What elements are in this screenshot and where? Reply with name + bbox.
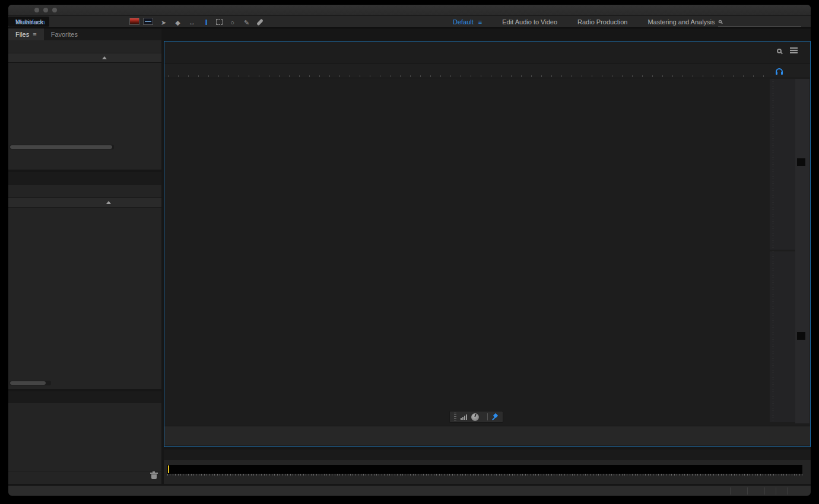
main-toolbar: Waveform Multitrack ➤ ◆ ↔ I □ — [8, 15, 811, 28]
tabs-overflow-button[interactable] — [152, 172, 161, 185]
tools-group: ➤ ◆ ↔ I □ ○ ✎ ▬ — [159, 15, 264, 28]
search-icon — [719, 20, 722, 24]
move-tool[interactable]: ➤ — [159, 17, 168, 27]
audition-window: Waveform Multitrack ➤ ◆ ↔ I □ — [8, 5, 811, 496]
razor-tool[interactable]: ◆ — [173, 17, 182, 27]
transport-bar — [164, 426, 810, 445]
markers-hscrollbar[interactable] — [9, 381, 51, 385]
markers-tabs — [8, 172, 161, 185]
files-panel: FilesFavorites — [8, 28, 161, 170]
lasso-selection-tool[interactable]: ○ — [228, 17, 237, 27]
files-tabs: FilesFavorites — [8, 28, 161, 40]
workspace-item[interactable]: Default — [445, 18, 494, 25]
files-toolbar — [8, 40, 161, 53]
waveform-display[interactable] — [168, 79, 770, 426]
markers-toolbar — [8, 185, 161, 198]
editor-content — [164, 41, 811, 447]
trash-icon — [151, 474, 157, 479]
markers-column-header[interactable] — [8, 198, 161, 208]
clear-history-button[interactable] — [151, 472, 157, 479]
sort-ascending-icon[interactable] — [106, 201, 111, 204]
workspace-item[interactable]: Radio Production — [569, 18, 639, 25]
history-tabs — [8, 391, 161, 403]
files-preview-bar — [8, 151, 161, 168]
display-options-icon[interactable] — [790, 47, 798, 54]
waveform-display-toggle-icon[interactable] — [143, 18, 153, 25]
history-footer — [8, 471, 161, 484]
markers-panel — [8, 172, 161, 389]
panel-tab[interactable]: Files — [8, 28, 44, 40]
levels-panel — [164, 449, 811, 484]
overview-navigator[interactable] — [168, 43, 774, 62]
history-panel — [8, 391, 161, 484]
time-selection-tool[interactable]: I — [202, 17, 211, 27]
marquee-selection-tool[interactable]: □ — [216, 19, 223, 25]
workspace-bar: DefaultEdit Audio to VideoRadio Producti… — [445, 15, 727, 28]
titlebar[interactable] — [8, 5, 811, 15]
levels-tabs — [164, 449, 811, 460]
slip-tool[interactable]: ↔ — [188, 17, 196, 27]
spectral-display-toggle-icon[interactable] — [129, 18, 139, 25]
minimize-button[interactable] — [43, 8, 48, 12]
spot-healing-brush-tool[interactable]: ▬ — [256, 18, 264, 25]
zoom-to-selection-icon[interactable] — [777, 49, 782, 53]
workspace-item[interactable]: Mastering and Analysis — [639, 18, 726, 25]
paintbrush-tool[interactable]: ✎ — [242, 17, 251, 27]
pin-icon[interactable] — [492, 413, 499, 420]
zoom-button[interactable] — [52, 8, 57, 12]
gain-hud[interactable] — [449, 411, 503, 423]
files-hscrollbar[interactable] — [9, 145, 114, 149]
level-meter-ticks — [167, 474, 802, 476]
help-search[interactable] — [718, 17, 801, 27]
level-meter-value — [168, 465, 169, 473]
db-scale-left-channel[interactable] — [770, 79, 795, 250]
timeline-ruler[interactable] — [164, 63, 810, 78]
editor-tabs — [164, 28, 811, 41]
channel-badge-left[interactable] — [797, 158, 805, 166]
level-meter[interactable] — [167, 465, 802, 474]
close-button[interactable] — [34, 8, 39, 12]
view-button[interactable]: Multitrack — [8, 17, 47, 27]
drag-handle-icon[interactable] — [454, 413, 456, 421]
db-scale-right-channel[interactable] — [770, 251, 795, 422]
panel-tab[interactable]: Favorites — [44, 28, 85, 40]
volume-knob-icon[interactable] — [471, 413, 479, 421]
editor-right-rail[interactable] — [795, 79, 810, 423]
level-meter-scale — [166, 476, 805, 482]
files-column-header[interactable] — [8, 53, 161, 63]
file-list — [8, 63, 161, 90]
status-bar — [8, 485, 811, 496]
headphones-icon[interactable] — [776, 68, 783, 73]
sort-ascending-icon[interactable] — [102, 56, 107, 59]
editor-panel — [164, 28, 811, 447]
channel-badge-right[interactable] — [797, 332, 805, 340]
meter-bars-icon — [461, 414, 467, 420]
workspace-item[interactable]: Edit Audio to Video — [494, 18, 569, 25]
